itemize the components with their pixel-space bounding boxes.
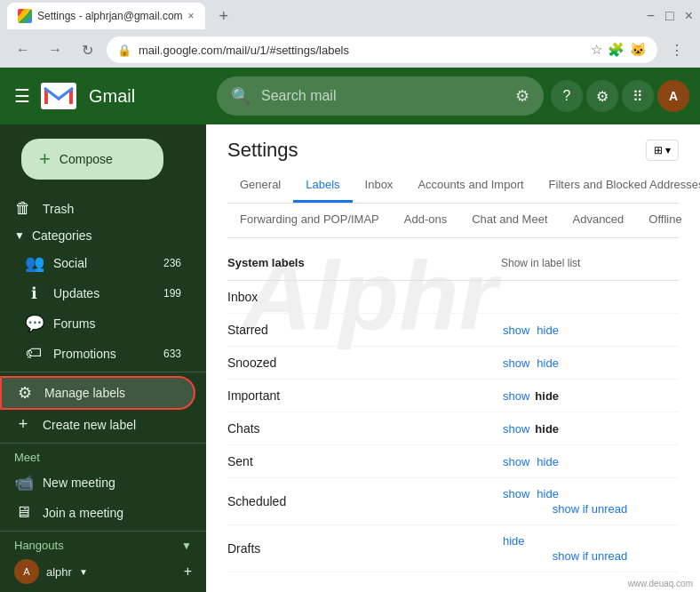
sidebar-item-label: Forums	[53, 316, 181, 331]
starred-show-btn[interactable]: show	[501, 324, 531, 337]
label-actions: show hide	[501, 422, 679, 436]
tab-favicon	[18, 9, 32, 23]
sidebar-item-manage-labels[interactable]: ⚙ Manage labels	[0, 376, 195, 410]
updates-badge: 199	[163, 287, 181, 300]
sidebar-item-new-meeting[interactable]: 📹 New meeting	[0, 468, 195, 498]
hangouts-actions: +	[184, 564, 192, 580]
tab-accounts[interactable]: Accounts and Import	[405, 169, 536, 203]
nav-divider	[0, 372, 206, 372]
sidebar-item-create-label[interactable]: + Create new label	[0, 410, 195, 439]
sidebar: ☰ Gmail + Compose 🗑 Trash	[0, 68, 206, 592]
label-actions: hide show if unread	[501, 534, 679, 563]
manage-labels-icon: ⚙	[16, 383, 34, 403]
label-actions: show hide	[501, 356, 679, 370]
apps-grid-button[interactable]: ⠿	[622, 80, 654, 112]
sidebar-item-label: Promotions	[53, 347, 153, 361]
help-button[interactable]: ?	[551, 80, 583, 112]
sidebar-item-label: Join a meeting	[43, 506, 181, 520]
drafts-hide-btn[interactable]: hide	[501, 534, 527, 548]
url-bar[interactable]: 🔒 mail.google.com/mail/u/1/#settings/lab…	[107, 36, 657, 63]
settings-button[interactable]: ⚙	[586, 80, 618, 112]
important-hide-text: hide	[535, 389, 559, 403]
reload-button[interactable]: ↻	[75, 37, 99, 62]
label-actions: show hide	[501, 324, 679, 337]
label-name: Starred	[227, 323, 501, 337]
url-text: mail.google.com/mail/u/1/#settings/label…	[139, 44, 349, 57]
tab-addons[interactable]: Add-ons	[392, 204, 459, 237]
sidebar-item-social[interactable]: 👥 Social 236	[0, 248, 195, 278]
density-button[interactable]: ⊞ ▾	[646, 140, 679, 161]
scheduled-hide-btn[interactable]: hide	[535, 487, 561, 500]
header-icons: ? ⚙ ⠿ A	[551, 80, 689, 112]
tab-filters[interactable]: Filters and Blocked Addresses	[537, 169, 700, 203]
nav-divider-3	[0, 531, 206, 532]
sidebar-item-forums[interactable]: 💬 Forums	[0, 308, 195, 339]
tab-inbox[interactable]: Inbox	[353, 169, 406, 203]
new-tab-button[interactable]: +	[212, 4, 236, 29]
cat-icon[interactable]: 🐱	[630, 42, 647, 58]
tab-chat[interactable]: Chat and Meet	[459, 204, 560, 237]
browser-tab[interactable]: Settings - alphrjan@gmail.com ×	[7, 3, 205, 29]
compose-plus-icon: +	[39, 148, 51, 171]
search-bar: 🔍 ⚙	[217, 76, 544, 116]
scheduled-show-if-unread-btn[interactable]: show if unread	[501, 502, 679, 516]
tab-labels[interactable]: Labels	[293, 169, 352, 203]
sidebar-item-updates[interactable]: ℹ Updates 199	[0, 278, 195, 308]
label-name: Sent	[227, 454, 501, 468]
important-show-btn[interactable]: show	[501, 389, 531, 403]
compose-button[interactable]: + Compose	[21, 139, 163, 180]
hangouts-username: alphr	[46, 565, 72, 579]
back-button[interactable]: ←	[11, 37, 36, 62]
sidebar-item-trash[interactable]: 🗑 Trash	[0, 194, 195, 223]
updates-icon: ℹ	[25, 284, 43, 303]
system-labels-header: System labels Show in label list	[227, 256, 679, 269]
gmail-app: ☰ Gmail + Compose 🗑 Trash	[0, 68, 700, 592]
tab-advanced[interactable]: Advanced	[561, 204, 637, 237]
label-name: Snoozed	[227, 356, 501, 370]
tab-close-btn[interactable]: ×	[188, 10, 195, 22]
search-tune-icon[interactable]: ⚙	[515, 86, 529, 106]
col-show-label: Show in label list	[501, 257, 679, 269]
drafts-show-if-unread-btn[interactable]: show if unread	[501, 549, 679, 563]
url-bar-icons: ☆ 🧩 🐱	[591, 42, 647, 58]
density-controls: ⊞ ▾	[646, 140, 679, 161]
more-options-button[interactable]: ⋮	[664, 37, 689, 62]
starred-hide-btn[interactable]: hide	[535, 324, 561, 337]
sidebar-item-label: Manage labels	[44, 386, 179, 400]
social-icon: 👥	[25, 253, 43, 273]
sent-hide-btn[interactable]: hide	[535, 455, 561, 468]
hangouts-dropdown-icon: ▼	[79, 567, 88, 577]
address-bar: ← → ↻ 🔒 mail.google.com/mail/u/1/#settin…	[0, 32, 700, 68]
label-row-sent: Sent show hide	[227, 445, 679, 478]
scheduled-show-btn[interactable]: show	[501, 487, 531, 500]
sidebar-categories-header[interactable]: ▼ Categories	[0, 223, 206, 248]
meet-section-label: Meet	[0, 447, 206, 468]
snoozed-show-btn[interactable]: show	[501, 356, 531, 370]
snoozed-hide-btn[interactable]: hide	[535, 356, 561, 370]
tab-general[interactable]: General	[227, 169, 293, 203]
menu-button[interactable]: ☰	[7, 78, 37, 114]
sidebar-item-join-meeting[interactable]: 🖥 Join a meeting	[0, 498, 195, 527]
sidebar-item-label: Social	[53, 256, 153, 270]
create-label-icon: +	[14, 415, 32, 434]
bookmark-icon[interactable]: ☆	[591, 42, 602, 58]
sidebar-item-promotions[interactable]: 🏷 Promotions 633	[0, 339, 195, 368]
gmail-logo-icon	[41, 83, 76, 109]
tab-forwarding[interactable]: Forwarding and POP/IMAP	[227, 204, 392, 237]
search-input[interactable]	[261, 88, 505, 104]
label-name: Drafts	[227, 541, 501, 556]
tab-offline[interactable]: Offline	[636, 204, 694, 237]
sent-show-btn[interactable]: show	[501, 455, 531, 468]
promotions-badge: 633	[163, 348, 181, 360]
app-header: 🔍 ⚙ ? ⚙ ⠿ A	[206, 68, 700, 124]
search-icon: 🔍	[231, 86, 251, 106]
label-row-starred: Starred show hide	[227, 314, 679, 347]
chats-show-btn[interactable]: show	[501, 422, 531, 436]
user-avatar[interactable]: A	[657, 80, 689, 112]
extension-icon[interactable]: 🧩	[608, 42, 624, 58]
tab-themes[interactable]: Themes	[695, 204, 700, 237]
hangouts-avatar: A	[14, 559, 39, 584]
label-row-inbox: Inbox	[227, 281, 679, 314]
forward-button[interactable]: →	[43, 37, 68, 62]
hangouts-add-button[interactable]: +	[184, 564, 192, 580]
